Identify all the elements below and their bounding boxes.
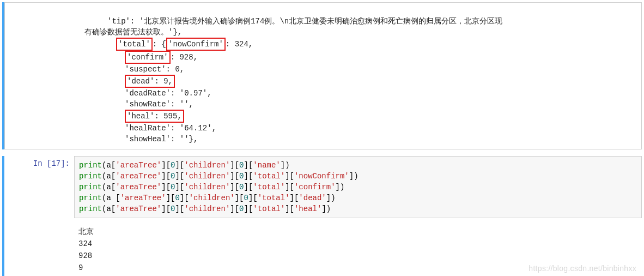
dead-line: 'dead': 9, xyxy=(9,77,175,86)
code-input-area[interactable]: print(a['areaTree'][0]['children'][0]['n… xyxy=(74,156,642,218)
tip-line-2: 有确诊数据暂无法获取。'}, xyxy=(9,28,182,37)
deadrate-line: 'deadRate': '0.97', xyxy=(9,89,212,98)
confirm-key-highlight: 'confirm' xyxy=(125,51,171,64)
code-line-3: print(a['areaTree'][0]['children'][0]['t… xyxy=(79,183,344,191)
out-line-3: 928 xyxy=(78,251,92,260)
confirm-line: 'confirm': 928, xyxy=(9,53,198,62)
code-line-1: print(a['areaTree'][0]['children'][0]['n… xyxy=(79,161,290,170)
out-line-1: 北京 xyxy=(78,227,94,236)
nowconfirm-key-highlight: 'nowConfirm' xyxy=(166,38,226,51)
showheal-line: 'showHeal': ''}, xyxy=(9,135,198,143)
showrate-line: 'showRate': '', xyxy=(9,100,193,109)
heal-line: 'heal': 595, xyxy=(9,112,184,121)
stdout-output: 北京 324 928 9 595 xyxy=(74,224,642,276)
output-code-block: 'tip': '北京累计报告境外输入确诊病例174例。\n北京卫健委未明确治愈病… xyxy=(9,5,637,145)
output-scroll-area[interactable]: 'tip': '北京累计报告境外输入确诊病例174例。\n北京卫健委未明确治愈病… xyxy=(4,2,642,149)
input-prompt: In [17]: xyxy=(4,156,74,168)
code-line-4: print(a ['areaTree'][0]['children'][0]['… xyxy=(79,194,336,202)
nowconfirm-val: : 324, xyxy=(226,40,253,49)
total-key-highlight: 'total' xyxy=(116,38,153,51)
tip-line-1: 'tip': '北京累计报告境外输入确诊病例174例。\n北京卫健委未明确治愈病… xyxy=(9,17,502,26)
output-row: 北京 324 928 9 595 xyxy=(4,224,642,276)
input-row: In [17]: print(a['areaTree'][0]['childre… xyxy=(4,156,642,218)
confirm-val: : 928, xyxy=(171,53,198,62)
out-line-2: 324 xyxy=(78,239,92,248)
healrate-line: 'healRate': '64.12', xyxy=(9,124,216,133)
suspect-line: 'suspect': 0, xyxy=(9,65,184,74)
code-line-2: print(a['areaTree'][0]['children'][0]['t… xyxy=(79,172,359,181)
total-line: 'total': {'nowConfirm': 324, xyxy=(9,40,253,49)
upper-output-cell: 'tip': '北京累计报告境外输入确诊病例174例。\n北京卫健委未明确治愈病… xyxy=(2,2,642,149)
code-line-5: print(a['areaTree'][0]['children'][0]['t… xyxy=(79,205,331,213)
out-line-4: 9 xyxy=(78,263,83,272)
dead-key-highlight: 'dead': 9, xyxy=(125,75,175,88)
input-output-cell: In [17]: print(a['areaTree'][0]['childre… xyxy=(2,156,642,276)
output-prompt-spacer xyxy=(4,224,74,227)
heal-key-highlight: 'heal': 595, xyxy=(125,110,184,123)
